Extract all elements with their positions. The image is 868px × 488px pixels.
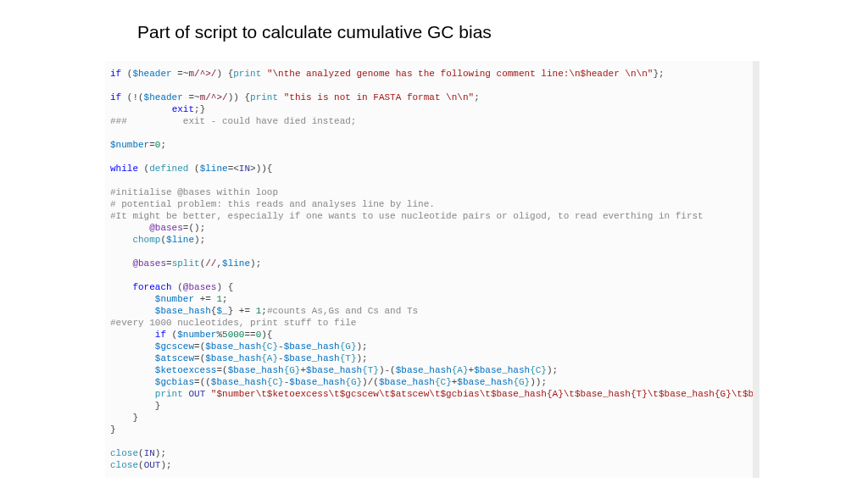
comment: ### exit - could have died instead; (110, 116, 356, 126)
var-bases: @bases (149, 223, 183, 233)
fn-print: print (155, 389, 183, 399)
keyword-if: if (110, 69, 121, 79)
slide: Part of script to calculate cumulative G… (0, 0, 868, 488)
filehandle-in: IN (144, 448, 155, 458)
keyword-if: if (155, 330, 166, 340)
var-line: $line (222, 258, 250, 269)
var-basehash: $base_hash (289, 377, 345, 387)
string-literal: "$number\t$ketoexcess\t$gcscew\t$atscew\… (211, 389, 760, 399)
var-underscore: $_ (216, 306, 227, 316)
var-atscew: $atscew (155, 353, 194, 363)
var-gcbias: $gcbias (155, 377, 194, 387)
hash-key-C: {C} (267, 377, 284, 387)
string-literal: "\nthe analyzed genome has the following… (267, 69, 653, 79)
var-ketoexcess: $ketoexcess (155, 365, 217, 375)
var-gcscew: $gcscew (155, 341, 194, 352)
var-line: $line (166, 235, 194, 245)
fn-close: close (110, 460, 138, 470)
var-number: $number (110, 140, 149, 150)
var-basehash: $base_hash (474, 365, 530, 375)
var-basehash: $base_hash (284, 341, 340, 352)
var-number: $number (155, 294, 194, 304)
number-5000: 5000 (222, 330, 244, 340)
comment: #every 1000 nucleotides, print stuff to … (110, 318, 356, 328)
keyword-foreach: foreach (132, 282, 171, 292)
hash-key-C: {C} (435, 377, 452, 387)
var-basehash: $base_hash (211, 377, 267, 387)
regex: m/^>/ (188, 69, 216, 79)
filehandle-out: OUT (144, 460, 161, 470)
filehandle-out: OUT (188, 389, 205, 399)
hash-key-G: {G} (345, 377, 362, 387)
var-basehash: $base_hash (396, 365, 452, 375)
hash-key-G: {G} (284, 365, 301, 375)
fn-split: split (172, 258, 200, 269)
number-zero: 0 (155, 140, 161, 150)
regex: m/^>/ (200, 92, 228, 103)
number-zero: 0 (256, 330, 262, 340)
var-basehash: $base_hash (205, 353, 261, 363)
keyword-exit: exit (172, 104, 194, 114)
var-line: $line (200, 164, 228, 174)
var-basehash: $base_hash (379, 377, 435, 387)
var-basehash: $base_hash (205, 341, 261, 352)
hash-key-T: {T} (340, 353, 357, 363)
comment: #It might be better, especially if one w… (110, 211, 704, 221)
hash-key-T: {T} (362, 365, 379, 375)
comment: #counts As,Gs and Cs and Ts (267, 306, 418, 316)
hash-key-A: {A} (452, 365, 469, 375)
hash-key-G: {G} (340, 341, 357, 352)
hash-key-A: {A} (261, 353, 278, 363)
fn-print: print (250, 92, 278, 103)
comment: # potential problem: this reads and anal… (110, 199, 435, 209)
var-bases: @bases (183, 282, 217, 292)
var-basehash: $base_hash (457, 377, 513, 387)
var-basehash: $base_hash (228, 365, 284, 375)
fn-print: print (233, 69, 261, 79)
hash-key-G: {G} (513, 377, 530, 387)
var-header: $header (132, 69, 171, 79)
regex: // (205, 258, 216, 269)
string-literal: "this is not in FASTA format \n\n" (284, 92, 474, 103)
var-header: $header (144, 92, 183, 103)
hash-key-C: {C} (261, 341, 278, 352)
var-bases: @bases (132, 258, 166, 269)
slide-title: Part of script to calculate cumulative G… (137, 22, 492, 42)
var-basehash: $base_hash (155, 306, 211, 316)
var-basehash: $base_hash (284, 353, 340, 363)
var-number: $number (177, 330, 216, 340)
fn-defined: defined (149, 164, 188, 174)
comment: #initialise @bases within loop (110, 187, 278, 197)
number-one: 1 (256, 306, 262, 316)
filehandle-in: IN (239, 164, 250, 174)
var-basehash: $base_hash (306, 365, 362, 375)
keyword-if: if (110, 92, 121, 103)
fn-chomp: chomp (132, 235, 160, 245)
code-snippet: if ($header =~m/^>/) {print "\nthe analy… (105, 61, 753, 478)
hash-key-C: {C} (530, 365, 547, 375)
keyword-while: while (110, 164, 138, 174)
code-snippet-box: if ($header =~m/^>/) {print "\nthe analy… (105, 61, 760, 478)
number-one: 1 (216, 294, 222, 304)
fn-close: close (110, 448, 138, 458)
